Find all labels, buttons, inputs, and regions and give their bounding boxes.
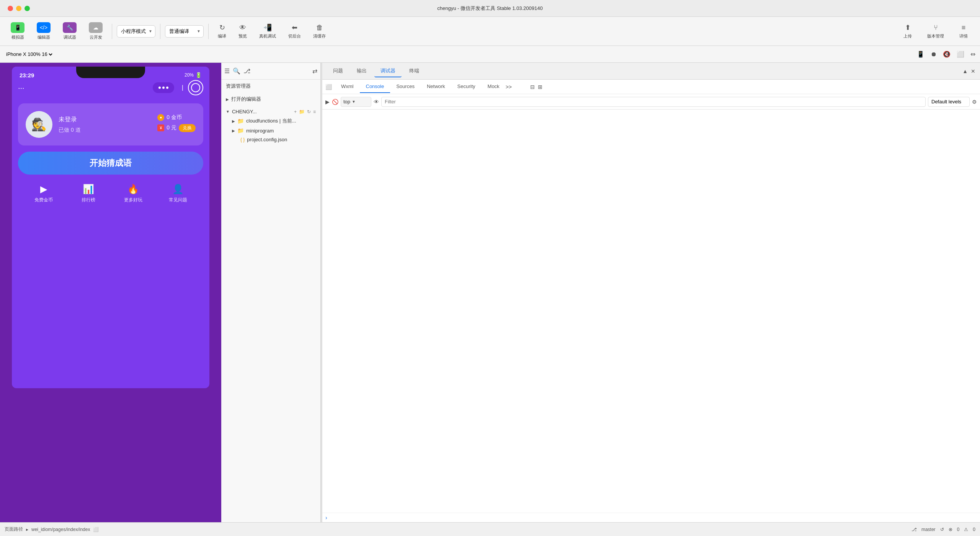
device-select[interactable]: iPhone X 100% 16 <box>5 49 54 60</box>
console-prompt[interactable]: › <box>322 513 980 522</box>
back-button[interactable]: ⬅ 切后台 <box>284 22 305 41</box>
editor-button[interactable]: </> 编辑器 <box>32 20 55 42</box>
page-path-icon[interactable]: ⬜ <box>93 527 99 532</box>
ft-config-item[interactable]: { } project.config.json <box>221 135 320 144</box>
exchange-button[interactable]: 兑换 <box>179 124 196 132</box>
preview-button[interactable]: 👁 预览 <box>234 22 252 41</box>
mode-select[interactable]: 小程序模式 插件模式 <box>117 25 155 38</box>
version-button[interactable]: ⑂ 版本管理 <box>921 22 950 41</box>
minimize-button[interactable] <box>16 6 21 11</box>
tab-console[interactable]: Console <box>360 80 390 93</box>
mode-select-wrap[interactable]: 小程序模式 插件模式 ▼ <box>117 25 155 38</box>
ft-search-icon[interactable]: 🔍 <box>233 67 240 75</box>
real-test-button[interactable]: 📲 真机调试 <box>255 22 281 41</box>
nav-item-0[interactable]: ▶ 免费金币 <box>21 184 66 203</box>
nav-label-0: 免费金币 <box>34 197 53 203</box>
tab-mock[interactable]: Mock <box>482 80 506 93</box>
titlebar: chengyu - 微信开发者工具 Stable 1.03.2009140 <box>0 0 980 17</box>
separator3 <box>208 24 209 39</box>
record-icon[interactable]: ⏺ <box>931 51 937 58</box>
nav-icon-2: 🔥 <box>127 184 139 194</box>
ft-list-icon[interactable]: ☰ <box>224 67 230 75</box>
phone-divider: | <box>182 84 183 91</box>
dot1 <box>158 87 161 89</box>
detail-label: 详情 <box>959 33 968 39</box>
real-test-label: 真机调试 <box>259 33 276 39</box>
tab-more[interactable]: >> ⊟ ⊞ <box>506 84 542 90</box>
upload-button[interactable]: ⬆ 上传 <box>897 22 918 41</box>
user-status: 未登录 <box>59 116 151 124</box>
detail-button[interactable]: ≡ 详情 <box>953 22 974 41</box>
ft-branch-icon[interactable]: ⎇ <box>243 67 250 75</box>
tab-issues[interactable]: 问题 <box>327 65 349 77</box>
nav-item-2[interactable]: 🔥 更多好玩 <box>111 184 155 203</box>
tab-output[interactable]: 输出 <box>351 65 373 77</box>
ft-menu-icon[interactable]: ≡ <box>313 109 316 114</box>
battery-icon: 🔋 <box>195 72 202 78</box>
user-info: 未登录 已做 0 道 <box>59 116 151 134</box>
separator1 <box>112 24 112 39</box>
phone-menu-dots[interactable]: ··· <box>18 83 24 92</box>
ft-json-icon: { } <box>240 137 245 142</box>
ft-config-label: project.config.json <box>247 137 287 142</box>
window-controls[interactable] <box>8 6 30 11</box>
tab-wxml[interactable]: Wxml <box>335 80 360 93</box>
ft-refresh-icon[interactable]: ↻ <box>307 109 311 114</box>
mute-icon[interactable]: 🔇 <box>943 51 951 58</box>
tab-terminal-label: 终端 <box>409 68 419 74</box>
tab-debugger[interactable]: 调试器 <box>374 65 402 77</box>
close-button[interactable] <box>8 6 13 11</box>
maximize-button[interactable] <box>24 6 30 11</box>
compile-select[interactable]: 普通编译 自定义编译 <box>165 25 204 38</box>
phone-record-button[interactable] <box>188 80 203 95</box>
debugger-button[interactable]: 🔧 调试器 <box>58 20 81 42</box>
ft-folder-new-icon[interactable]: 📁 <box>299 109 305 114</box>
levels-select[interactable]: Default levels Verbose Info Warnings Err… <box>928 97 970 107</box>
version-icon: ⑂ <box>934 24 938 32</box>
inspect-icon[interactable]: ⬜ <box>325 84 332 90</box>
phone-simulator: 23:29 20% 🔋 ··· | <box>0 63 221 522</box>
project-chevron[interactable]: ▼ <box>226 109 230 114</box>
tab-wxml-label: Wxml <box>341 83 354 89</box>
screen-icon[interactable]: ⬜ <box>957 51 964 58</box>
ft-expand-icon[interactable]: ⇄ <box>312 67 317 75</box>
console-filter-input[interactable] <box>381 97 926 107</box>
console-block-icon[interactable]: 🚫 <box>332 99 338 105</box>
status-bar-right: ⎇ master ↺ ⊗ 0 ⚠ 0 <box>911 527 975 532</box>
console-play-icon[interactable]: ▶ <box>325 99 330 105</box>
tab-sources[interactable]: Sources <box>390 80 421 93</box>
debugger-icon: 🔧 <box>63 22 77 33</box>
console-eye-icon[interactable]: 👁 <box>374 99 379 105</box>
open-editors-header[interactable]: ▶ 打开的编辑器 <box>221 94 320 104</box>
compile-select-wrap[interactable]: 普通编译 自定义编译 ▼ <box>165 25 204 38</box>
context-selector[interactable]: top ▼ <box>341 97 371 107</box>
devtools-collapse-icon[interactable]: ▲ <box>962 68 968 74</box>
console-gear-icon[interactable]: ⚙ <box>972 99 977 105</box>
tab-more-icon: >> <box>506 84 512 90</box>
tab-security[interactable]: Security <box>451 80 482 93</box>
ft-cloudfunctions-item[interactable]: ▶ 📁 cloudfunctions | 当前... <box>221 116 320 126</box>
compile-icon: ↻ <box>219 23 225 32</box>
layout-icon1[interactable]: ⊟ <box>530 84 535 90</box>
nav-item-1[interactable]: 📊 排行榜 <box>66 184 111 203</box>
ft-mp-chevron: ▶ <box>232 129 235 133</box>
tab-terminal[interactable]: 终端 <box>403 65 425 77</box>
ft-add-icon[interactable]: + <box>294 109 297 114</box>
sync-icon[interactable]: ↺ <box>940 527 944 532</box>
cloud-button[interactable]: ☁ 云开发 <box>84 20 107 42</box>
back-icon: ⬅ <box>292 23 297 32</box>
start-button[interactable]: 开始猜成语 <box>18 152 203 175</box>
simulator-button[interactable]: 📱 模拟器 <box>6 20 29 42</box>
yuan-row: ¥ 0 元 兑换 <box>157 124 196 132</box>
clear-cache-button[interactable]: 🗑 清缓存 <box>309 22 330 41</box>
phone-nav: ▶ 免费金币 📊 排行榜 🔥 更多好玩 👤 常见问题 <box>18 184 203 203</box>
nav-item-3[interactable]: 👤 常见问题 <box>155 184 200 203</box>
layout-icon2[interactable]: ⊞ <box>538 84 542 90</box>
devtools-close-icon[interactable]: ✕ <box>971 68 975 74</box>
phone-icon[interactable]: 📱 <box>917 51 924 58</box>
tab-network[interactable]: Network <box>421 80 451 93</box>
ft-miniprogram-item[interactable]: ▶ 📁 miniprogram <box>221 126 320 135</box>
levels-select-wrap[interactable]: Default levels Verbose Info Warnings Err… <box>928 97 970 107</box>
compile-button[interactable]: ↻ 编译 <box>213 22 231 41</box>
expand-icon[interactable]: ⇔ <box>970 51 975 58</box>
